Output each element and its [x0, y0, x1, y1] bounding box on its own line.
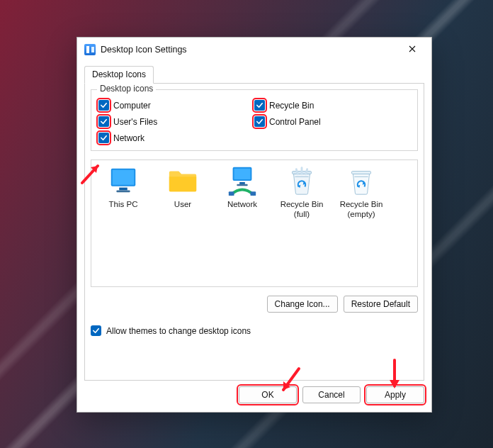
recycle-bin-empty-icon — [345, 164, 378, 197]
checkbox-icon — [98, 100, 109, 111]
check-recycle-bin[interactable]: Recycle Bin — [254, 100, 410, 111]
checkbox-icon — [254, 116, 265, 127]
preview-recycle-bin-empty[interactable]: Recycle Bin (empty) — [334, 164, 389, 282]
close-icon — [409, 45, 416, 52]
tab-desktop-icons[interactable]: Desktop Icons — [84, 66, 154, 84]
app-icon — [84, 44, 96, 55]
check-label: Network — [113, 133, 144, 143]
preview-network[interactable]: Network — [215, 164, 270, 282]
preview-user[interactable]: User — [155, 164, 210, 282]
icon-action-buttons: Change Icon... Restore Default — [91, 296, 418, 313]
check-allow-themes[interactable]: Allow themes to change desktop icons — [91, 325, 418, 336]
window-title: Desktop Icon Settings — [101, 45, 187, 55]
group-desktop-icons: Desktop icons Computer User's Files — [91, 89, 418, 151]
tab-body: Desktop icons Computer User's Files — [84, 84, 424, 381]
change-icon-button[interactable]: Change Icon... — [267, 296, 338, 313]
dialog-buttons: OK Cancel Apply — [77, 386, 431, 412]
preview-label: Recycle Bin (full) — [274, 200, 329, 220]
check-control-panel[interactable]: Control Panel — [254, 116, 410, 127]
tabbar: Desktop Icons — [77, 62, 431, 84]
check-label: Control Panel — [269, 117, 321, 127]
ok-button[interactable]: OK — [239, 386, 297, 403]
check-computer[interactable]: Computer — [98, 100, 254, 111]
recycle-bin-full-icon — [285, 164, 318, 197]
cancel-button[interactable]: Cancel — [302, 386, 361, 403]
svg-rect-7 — [237, 184, 247, 186]
preview-label: User — [174, 200, 191, 210]
preview-label: Network — [227, 200, 257, 210]
checkbox-icon — [91, 325, 101, 336]
preview-label: This PC — [109, 200, 138, 210]
preview-this-pc[interactable]: This PC — [96, 164, 151, 282]
preview-recycle-bin-full[interactable]: Recycle Bin (full) — [274, 164, 329, 282]
desktop-icon-settings-dialog: Desktop Icon Settings Desktop Icons Desk… — [76, 37, 432, 413]
svg-rect-5 — [234, 169, 251, 179]
checkbox-icon — [98, 133, 109, 143]
checkbox-icon — [98, 116, 109, 127]
svg-rect-9 — [251, 191, 256, 196]
apply-button[interactable]: Apply — [366, 386, 424, 403]
folder-icon — [166, 164, 199, 197]
group-title: Desktop icons — [97, 84, 156, 94]
check-network[interactable]: Network — [98, 133, 254, 143]
svg-rect-1 — [113, 170, 135, 185]
network-icon — [226, 164, 259, 197]
svg-rect-2 — [119, 188, 128, 191]
check-label: Allow themes to change desktop icons — [106, 326, 251, 336]
svg-rect-11 — [352, 172, 371, 174]
check-label: Recycle Bin — [269, 101, 314, 111]
check-users-files[interactable]: User's Files — [98, 116, 254, 127]
svg-rect-3 — [116, 190, 130, 192]
close-button[interactable] — [396, 38, 429, 60]
preview-label: Recycle Bin (empty) — [334, 200, 389, 220]
icon-preview-list: This PC User Network — [91, 159, 418, 287]
titlebar: Desktop Icon Settings — [77, 38, 431, 62]
monitor-icon — [107, 164, 140, 197]
checkbox-icon — [254, 100, 265, 111]
svg-rect-6 — [239, 182, 245, 184]
restore-default-button[interactable]: Restore Default — [344, 296, 418, 313]
check-label: Computer — [113, 101, 151, 111]
check-label: User's Files — [113, 117, 157, 127]
svg-rect-8 — [229, 191, 234, 196]
